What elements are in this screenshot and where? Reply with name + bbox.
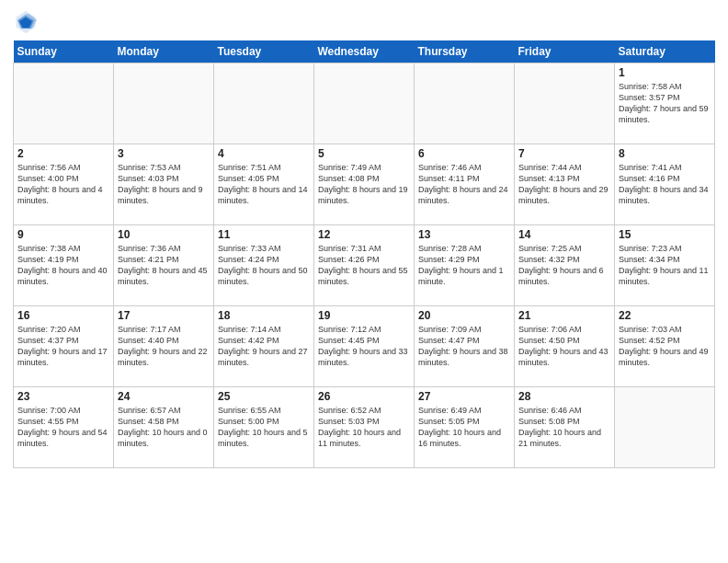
calendar-day-4: 4Sunrise: 7:51 AM Sunset: 4:05 PM Daylig… xyxy=(214,144,314,225)
calendar-day-10: 10Sunrise: 7:36 AM Sunset: 4:21 PM Dayli… xyxy=(114,225,214,306)
day-number: 14 xyxy=(518,228,610,241)
calendar-day-7: 7Sunrise: 7:44 AM Sunset: 4:13 PM Daylig… xyxy=(515,144,615,225)
calendar-day-18: 18Sunrise: 7:14 AM Sunset: 4:42 PM Dayli… xyxy=(214,306,314,387)
calendar-day-1: 1Sunrise: 7:58 AM Sunset: 3:57 PM Daylig… xyxy=(615,63,715,144)
day-number: 20 xyxy=(418,309,510,322)
day-number: 12 xyxy=(318,228,410,241)
day-number: 3 xyxy=(118,147,210,160)
calendar-week-row: 2Sunrise: 7:56 AM Sunset: 4:00 PM Daylig… xyxy=(14,144,715,225)
day-info: Sunrise: 7:17 AM Sunset: 4:40 PM Dayligh… xyxy=(118,324,210,369)
day-number: 4 xyxy=(218,147,310,160)
calendar-day-24: 24Sunrise: 6:57 AM Sunset: 4:58 PM Dayli… xyxy=(114,387,214,468)
day-info: Sunrise: 6:49 AM Sunset: 5:05 PM Dayligh… xyxy=(418,405,510,450)
day-info: Sunrise: 7:23 AM Sunset: 4:34 PM Dayligh… xyxy=(619,243,711,288)
weekday-header-friday: Friday xyxy=(515,40,615,63)
day-number: 28 xyxy=(518,390,610,403)
calendar-day-empty xyxy=(314,63,415,144)
day-number: 13 xyxy=(418,228,510,241)
calendar-day-empty xyxy=(615,387,715,468)
page-container: SundayMondayTuesdayWednesdayThursdayFrid… xyxy=(0,0,728,477)
day-info: Sunrise: 7:36 AM Sunset: 4:21 PM Dayligh… xyxy=(118,243,210,288)
weekday-header-row: SundayMondayTuesdayWednesdayThursdayFrid… xyxy=(14,40,715,63)
calendar-day-25: 25Sunrise: 6:55 AM Sunset: 5:00 PM Dayli… xyxy=(214,387,314,468)
calendar-day-27: 27Sunrise: 6:49 AM Sunset: 5:05 PM Dayli… xyxy=(415,387,515,468)
calendar-week-row: 1Sunrise: 7:58 AM Sunset: 3:57 PM Daylig… xyxy=(14,63,715,144)
calendar-day-22: 22Sunrise: 7:03 AM Sunset: 4:52 PM Dayli… xyxy=(615,306,715,387)
day-number: 1 xyxy=(619,66,711,79)
calendar-day-2: 2Sunrise: 7:56 AM Sunset: 4:00 PM Daylig… xyxy=(14,144,114,225)
logo-icon xyxy=(13,9,39,35)
day-number: 8 xyxy=(619,147,711,160)
day-info: Sunrise: 7:31 AM Sunset: 4:26 PM Dayligh… xyxy=(318,243,410,288)
day-number: 18 xyxy=(218,309,310,322)
header xyxy=(13,9,715,35)
calendar-day-5: 5Sunrise: 7:49 AM Sunset: 4:08 PM Daylig… xyxy=(314,144,415,225)
day-number: 17 xyxy=(118,309,210,322)
day-info: Sunrise: 7:33 AM Sunset: 4:24 PM Dayligh… xyxy=(218,243,310,288)
calendar-week-row: 23Sunrise: 7:00 AM Sunset: 4:55 PM Dayli… xyxy=(14,387,715,468)
calendar-day-26: 26Sunrise: 6:52 AM Sunset: 5:03 PM Dayli… xyxy=(314,387,415,468)
day-info: Sunrise: 7:20 AM Sunset: 4:37 PM Dayligh… xyxy=(17,324,109,369)
day-info: Sunrise: 7:41 AM Sunset: 4:16 PM Dayligh… xyxy=(619,162,711,207)
day-info: Sunrise: 7:14 AM Sunset: 4:42 PM Dayligh… xyxy=(218,324,310,369)
calendar-day-empty xyxy=(415,63,515,144)
calendar-day-15: 15Sunrise: 7:23 AM Sunset: 4:34 PM Dayli… xyxy=(615,225,715,306)
day-info: Sunrise: 7:06 AM Sunset: 4:50 PM Dayligh… xyxy=(518,324,610,369)
day-info: Sunrise: 7:25 AM Sunset: 4:32 PM Dayligh… xyxy=(518,243,610,288)
calendar-day-empty xyxy=(14,63,114,144)
calendar-table: SundayMondayTuesdayWednesdayThursdayFrid… xyxy=(13,40,715,468)
day-info: Sunrise: 6:52 AM Sunset: 5:03 PM Dayligh… xyxy=(318,405,410,450)
day-info: Sunrise: 7:53 AM Sunset: 4:03 PM Dayligh… xyxy=(118,162,210,207)
weekday-header-saturday: Saturday xyxy=(615,40,715,63)
day-info: Sunrise: 7:38 AM Sunset: 4:19 PM Dayligh… xyxy=(17,243,109,288)
day-number: 15 xyxy=(619,228,711,241)
day-number: 24 xyxy=(118,390,210,403)
weekday-header-sunday: Sunday xyxy=(14,40,114,63)
day-number: 27 xyxy=(418,390,510,403)
calendar-day-28: 28Sunrise: 6:46 AM Sunset: 5:08 PM Dayli… xyxy=(515,387,615,468)
day-number: 5 xyxy=(318,147,410,160)
day-number: 26 xyxy=(318,390,410,403)
weekday-header-monday: Monday xyxy=(114,40,214,63)
logo xyxy=(13,9,42,35)
calendar-day-17: 17Sunrise: 7:17 AM Sunset: 4:40 PM Dayli… xyxy=(114,306,214,387)
day-number: 19 xyxy=(318,309,410,322)
day-number: 9 xyxy=(17,228,109,241)
day-number: 10 xyxy=(118,228,210,241)
day-info: Sunrise: 7:46 AM Sunset: 4:11 PM Dayligh… xyxy=(418,162,510,207)
calendar-day-12: 12Sunrise: 7:31 AM Sunset: 4:26 PM Dayli… xyxy=(314,225,415,306)
day-info: Sunrise: 6:57 AM Sunset: 4:58 PM Dayligh… xyxy=(118,405,210,450)
calendar-day-empty xyxy=(515,63,615,144)
day-info: Sunrise: 7:56 AM Sunset: 4:00 PM Dayligh… xyxy=(17,162,109,207)
calendar-day-14: 14Sunrise: 7:25 AM Sunset: 4:32 PM Dayli… xyxy=(515,225,615,306)
calendar-day-13: 13Sunrise: 7:28 AM Sunset: 4:29 PM Dayli… xyxy=(415,225,515,306)
calendar-day-6: 6Sunrise: 7:46 AM Sunset: 4:11 PM Daylig… xyxy=(415,144,515,225)
calendar-week-row: 9Sunrise: 7:38 AM Sunset: 4:19 PM Daylig… xyxy=(14,225,715,306)
weekday-header-wednesday: Wednesday xyxy=(314,40,415,63)
day-number: 11 xyxy=(218,228,310,241)
day-info: Sunrise: 7:03 AM Sunset: 4:52 PM Dayligh… xyxy=(619,324,711,369)
day-info: Sunrise: 7:09 AM Sunset: 4:47 PM Dayligh… xyxy=(418,324,510,369)
calendar-day-20: 20Sunrise: 7:09 AM Sunset: 4:47 PM Dayli… xyxy=(415,306,515,387)
weekday-header-thursday: Thursday xyxy=(415,40,515,63)
calendar-day-16: 16Sunrise: 7:20 AM Sunset: 4:37 PM Dayli… xyxy=(14,306,114,387)
day-number: 2 xyxy=(17,147,109,160)
day-number: 23 xyxy=(17,390,109,403)
calendar-day-19: 19Sunrise: 7:12 AM Sunset: 4:45 PM Dayli… xyxy=(314,306,415,387)
calendar-day-8: 8Sunrise: 7:41 AM Sunset: 4:16 PM Daylig… xyxy=(615,144,715,225)
weekday-header-tuesday: Tuesday xyxy=(214,40,314,63)
day-number: 21 xyxy=(518,309,610,322)
day-info: Sunrise: 7:51 AM Sunset: 4:05 PM Dayligh… xyxy=(218,162,310,207)
day-number: 25 xyxy=(218,390,310,403)
day-info: Sunrise: 7:12 AM Sunset: 4:45 PM Dayligh… xyxy=(318,324,410,369)
calendar-day-3: 3Sunrise: 7:53 AM Sunset: 4:03 PM Daylig… xyxy=(114,144,214,225)
day-info: Sunrise: 7:44 AM Sunset: 4:13 PM Dayligh… xyxy=(518,162,610,207)
day-number: 6 xyxy=(418,147,510,160)
day-info: Sunrise: 7:28 AM Sunset: 4:29 PM Dayligh… xyxy=(418,243,510,288)
calendar-day-11: 11Sunrise: 7:33 AM Sunset: 4:24 PM Dayli… xyxy=(214,225,314,306)
day-info: Sunrise: 7:49 AM Sunset: 4:08 PM Dayligh… xyxy=(318,162,410,207)
day-info: Sunrise: 6:46 AM Sunset: 5:08 PM Dayligh… xyxy=(518,405,610,450)
day-info: Sunrise: 7:00 AM Sunset: 4:55 PM Dayligh… xyxy=(17,405,109,450)
calendar-day-23: 23Sunrise: 7:00 AM Sunset: 4:55 PM Dayli… xyxy=(14,387,114,468)
day-info: Sunrise: 6:55 AM Sunset: 5:00 PM Dayligh… xyxy=(218,405,310,450)
